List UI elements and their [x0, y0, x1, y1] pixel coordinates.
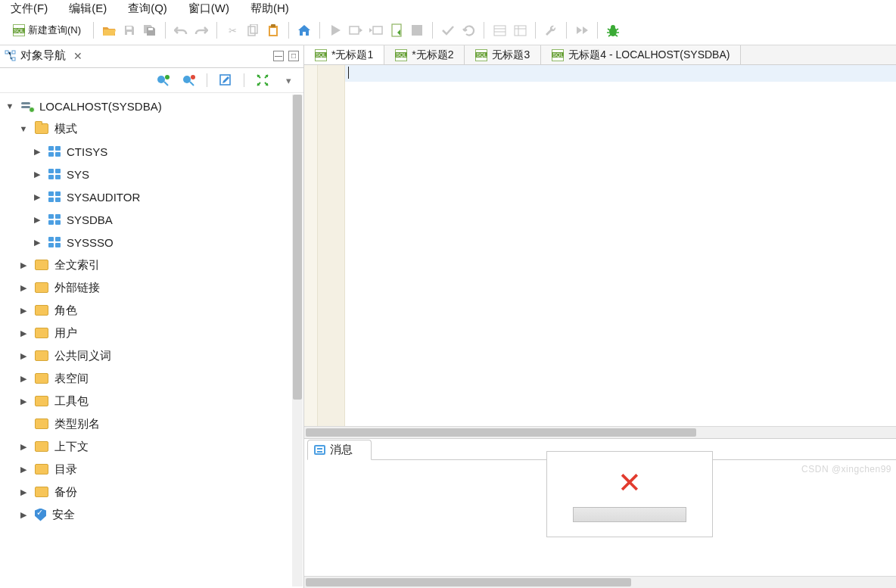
separator: [566, 22, 567, 39]
tree-node-folder[interactable]: ▶备份: [3, 481, 303, 503]
check-icon[interactable]: [438, 20, 458, 40]
tree-node-folder[interactable]: ▶外部链接: [3, 276, 303, 299]
paste-icon[interactable]: [263, 20, 283, 40]
expand-icon[interactable]: ▶: [18, 510, 29, 520]
tree-node-folder[interactable]: ▶角色: [3, 299, 303, 322]
tree-node-schema[interactable]: ▶SYS: [3, 163, 303, 185]
tree-node-security[interactable]: ▶安全: [3, 503, 303, 526]
tree-node-folder[interactable]: ▶表空间: [3, 367, 303, 390]
sql-editor[interactable]: [304, 65, 896, 426]
editor-current-line[interactable]: [345, 65, 896, 82]
tree-node-folder[interactable]: ▶公共同义词: [3, 344, 303, 367]
open-icon[interactable]: [99, 20, 119, 40]
expand-icon[interactable]: ▶: [18, 351, 29, 361]
message-icon: [314, 445, 325, 455]
menu-window[interactable]: 窗口(W): [188, 2, 229, 16]
expand-icon[interactable]: ▶: [32, 192, 42, 202]
copy-icon[interactable]: [243, 20, 263, 40]
tree-node-schema[interactable]: ▶SYSSSO: [3, 231, 303, 254]
tree-node-folder[interactable]: ▶全文索引: [3, 254, 303, 276]
next-icon[interactable]: [572, 20, 592, 40]
tree-label: 全文索引: [54, 258, 100, 272]
new-query-label: 新建查询(N): [28, 23, 81, 37]
sql-file-icon: [395, 49, 407, 61]
cut-icon[interactable]: ✂: [222, 20, 242, 40]
folder-icon: [35, 487, 48, 497]
panel-close-icon[interactable]: ✕: [73, 50, 82, 62]
editor-tab[interactable]: *无标题1: [304, 45, 384, 64]
expand-icon[interactable]: ▶: [32, 170, 42, 179]
stop-icon[interactable]: [407, 20, 427, 40]
collapse-icon[interactable]: ▼: [5, 101, 15, 110]
collapse-icon[interactable]: ▼: [18, 124, 29, 133]
expand-icon[interactable]: ▶: [18, 260, 29, 270]
menu-help[interactable]: 帮助(H): [250, 2, 289, 16]
tree-label: SYSSSO: [67, 236, 114, 249]
tree-node-schema[interactable]: ▶SYSDBA: [3, 208, 303, 231]
undo-icon[interactable]: [171, 20, 191, 40]
expand-icon[interactable]: ▶: [18, 465, 29, 474]
menu-file[interactable]: 文件(F): [11, 2, 48, 16]
separator: [93, 22, 94, 39]
tree-scrollbar[interactable]: [292, 95, 303, 586]
tree-node-folder[interactable]: ▶类型别名: [3, 412, 303, 435]
run-step-icon[interactable]: [346, 20, 366, 40]
bug-icon[interactable]: [603, 20, 623, 40]
editor-h-scrollbar[interactable]: [304, 426, 896, 438]
run-to-icon[interactable]: [366, 20, 386, 40]
panel-minimize-icon[interactable]: —: [273, 51, 284, 61]
schema-icon: [48, 237, 61, 247]
expand-icon[interactable]: ▶: [18, 328, 29, 338]
tree-node-folder[interactable]: ▶用户: [3, 322, 303, 344]
filter-add-icon[interactable]: [155, 73, 170, 88]
tree-label: CTISYS: [67, 145, 107, 158]
new-query-button[interactable]: 新建查询(N): [6, 20, 88, 40]
save-icon[interactable]: [120, 20, 139, 40]
shield-icon: [35, 509, 46, 521]
tree-node-connection[interactable]: ▼ LOCALHOST(SYSDBA): [3, 95, 303, 117]
filter-remove-icon[interactable]: [181, 73, 196, 88]
tree-node-schema[interactable]: ▶SYSAUDITOR: [3, 185, 303, 208]
expand-icon[interactable]: ▶: [32, 147, 42, 157]
expand-icon[interactable]: ▶: [18, 374, 29, 384]
expand-icon[interactable]: ▶: [18, 283, 29, 293]
expand-icon[interactable]: ▶: [32, 215, 42, 225]
editor-tab[interactable]: 无标题4 - LOCALHOST(SYSDBA): [541, 45, 741, 64]
editor-tab-label: *无标题1: [331, 48, 373, 62]
tree-node-schema[interactable]: ▶CTISYS: [3, 140, 303, 163]
expand-icon[interactable]: ▶: [18, 397, 29, 406]
expand-all-icon[interactable]: [255, 73, 270, 88]
tree-node-folder[interactable]: ▶目录: [3, 458, 303, 481]
grid2-icon[interactable]: [510, 20, 530, 40]
output-h-scrollbar[interactable]: [304, 576, 896, 588]
rollback-icon[interactable]: [459, 20, 478, 40]
wrench-icon[interactable]: [541, 20, 561, 40]
expand-icon[interactable]: ▶: [18, 487, 29, 497]
editor-t
      tab[interactable]: *无标题2: [384, 45, 465, 64]
tree-node-folder[interactable]: ▶上下文: [3, 435, 303, 458]
redo-icon[interactable]: [191, 20, 211, 40]
editor-tab[interactable]: 无标题3: [465, 45, 541, 64]
commit-icon[interactable]: [387, 20, 406, 40]
svg-rect-15: [515, 26, 526, 36]
expand-icon[interactable]: ▶: [32, 238, 42, 247]
messages-tab[interactable]: 消息: [307, 440, 372, 460]
edit-icon[interactable]: [218, 73, 233, 88]
editor-body[interactable]: [345, 82, 896, 426]
save-all-icon[interactable]: [140, 20, 160, 40]
toolbar-menu-icon[interactable]: ▾: [281, 73, 296, 88]
menu-edit[interactable]: 编辑(E): [69, 2, 107, 16]
tree-label: 用户: [54, 326, 77, 341]
messages-tab-label: 消息: [330, 443, 353, 457]
folder-icon: [35, 441, 48, 452]
home-icon[interactable]: [294, 20, 314, 40]
grid1-icon[interactable]: [490, 20, 509, 40]
panel-maximize-icon[interactable]: □: [288, 51, 299, 61]
run-icon[interactable]: [325, 20, 345, 40]
expand-icon[interactable]: ▶: [18, 442, 29, 452]
tree-node-folder[interactable]: ▶工具包: [3, 390, 303, 412]
expand-icon[interactable]: ▶: [18, 306, 29, 316]
menu-query[interactable]: 查询(Q): [128, 2, 167, 16]
tree-node-schema-folder[interactable]: ▼ 模式: [3, 117, 303, 140]
tree-icon: [5, 50, 16, 61]
